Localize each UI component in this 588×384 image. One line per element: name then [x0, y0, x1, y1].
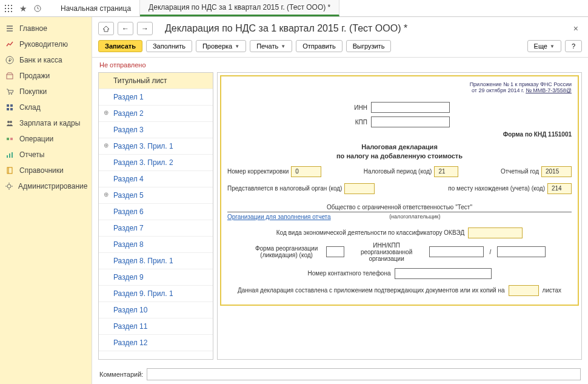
period-field[interactable]: 21 — [434, 166, 458, 177]
knd-label: Форма по КНД 1151001 — [227, 131, 572, 138]
cart-icon — [5, 87, 15, 96]
appendix-line2: от 29 октября 2014 г. № ММВ-7-3/558@ — [227, 87, 572, 93]
section-label: Раздел 3 — [113, 126, 144, 134]
section-title-page[interactable]: Титульный лист — [99, 73, 213, 89]
section-label: Раздел 9. Прил. 1 — [113, 289, 173, 298]
book-icon — [5, 166, 15, 175]
kpp-label: КПП — [349, 119, 367, 126]
nav-payroll[interactable]: Зарплата и кадры — [0, 115, 92, 131]
reorg-form-label: Форма реорганизации (ликвидация) (код) — [253, 245, 320, 258]
star-icon[interactable]: ★ — [17, 2, 29, 15]
section-3[interactable]: Раздел 3 — [99, 122, 213, 138]
okved-label: Код вида экономической деятельности по к… — [276, 229, 464, 236]
send-button[interactable]: Отправить — [296, 40, 342, 52]
apps-icon[interactable] — [2, 2, 15, 15]
home-button[interactable] — [98, 22, 114, 35]
svg-rect-29 — [7, 167, 12, 173]
close-icon[interactable]: × — [570, 22, 582, 35]
inn-field[interactable] — [371, 102, 450, 113]
export-button[interactable]: Выгрузить — [346, 40, 392, 52]
fill-button[interactable]: Заполнить — [146, 40, 192, 52]
nav-purchases[interactable]: Покупки — [0, 84, 92, 99]
save-button[interactable]: Записать — [98, 40, 142, 52]
attach-pre: Данная декларация составлена с приложени… — [238, 287, 505, 294]
comment-label: Комментарий: — [99, 371, 143, 378]
year-field[interactable]: 2015 — [541, 166, 572, 177]
store-icon — [5, 71, 15, 81]
reorg-inn-field[interactable] — [429, 246, 484, 257]
corr-field[interactable]: 0 — [291, 166, 321, 177]
section-6[interactable]: Раздел 6 — [99, 204, 213, 220]
section-label: Раздел 10 — [113, 306, 147, 314]
chevron-down-icon: ▼ — [550, 44, 555, 49]
nav-label: Руководителю — [19, 40, 68, 49]
section-label: Титульный лист — [113, 76, 167, 85]
nav-label: Операции — [19, 135, 53, 143]
forward-button[interactable]: → — [137, 22, 153, 35]
appendix-link[interactable]: № ММВ-7-3/558@ — [526, 87, 572, 93]
expand-icon[interactable]: ⊕ — [104, 191, 109, 198]
section-9[interactable]: Раздел 9 — [99, 269, 213, 286]
section-12[interactable]: Раздел 12 — [99, 335, 213, 351]
reorg-form-field[interactable] — [326, 246, 344, 257]
form-heading: Налоговая декларация по налогу на добавл… — [227, 143, 572, 161]
phone-field[interactable] — [395, 268, 492, 279]
help-button[interactable]: ? — [565, 40, 582, 52]
history-icon[interactable] — [32, 2, 44, 15]
section-list: Титульный лист Раздел 1 ⊕Раздел 2 Раздел… — [98, 72, 213, 360]
section-3-app2[interactable]: Раздел 3. Прил. 2 — [99, 155, 213, 171]
nav-operations[interactable]: Операции — [0, 131, 92, 147]
status-text: Не отправлено — [92, 58, 588, 72]
svg-rect-8 — [11, 11, 12, 12]
expand-icon[interactable]: ⊕ — [104, 142, 109, 149]
comment-input[interactable] — [147, 368, 581, 380]
section-label: Раздел 12 — [113, 339, 147, 347]
toolbar: ← → Декларация по НДС за 1 квартал 2015 … — [92, 17, 588, 38]
nav-sales[interactable]: Продажи — [0, 68, 92, 84]
nav-warehouse[interactable]: Склад — [0, 99, 92, 115]
section-4[interactable]: Раздел 4 — [99, 171, 213, 187]
svg-point-31 — [7, 184, 11, 188]
okved-field[interactable] — [468, 227, 523, 238]
org-link[interactable]: Организации для заполнения отчета — [227, 214, 331, 220]
check-button[interactable]: Проверка▼ — [196, 40, 246, 52]
page-title: Декларация по НДС за 1 квартал 2015 г. (… — [165, 23, 566, 34]
section-2[interactable]: ⊕Раздел 2 — [99, 106, 213, 122]
section-10[interactable]: Раздел 10 — [99, 302, 213, 318]
left-nav: Главное Руководителю ₽Банк и касса Прода… — [0, 17, 92, 384]
form-panel: Приложение № 1 к приказу ФНС России от 2… — [217, 72, 582, 360]
reorg-kpp-field[interactable] — [497, 246, 546, 257]
period-label: Налоговый период (код) — [364, 168, 432, 175]
section-8-app1[interactable]: Раздел 8. Прил. 1 — [99, 253, 213, 269]
nav-bank[interactable]: ₽Банк и касса — [0, 52, 92, 68]
section-8[interactable]: Раздел 8 — [99, 237, 213, 253]
section-9-app1[interactable]: Раздел 9. Прил. 1 — [99, 286, 213, 302]
back-button[interactable]: ← — [118, 22, 133, 35]
tab-home[interactable]: Начальная страница — [52, 0, 140, 16]
more-button[interactable]: Еще▼ — [527, 40, 561, 52]
section-5[interactable]: ⊕Раздел 5 — [99, 187, 213, 204]
print-button[interactable]: Печать▼ — [250, 40, 292, 52]
loc-label: по месту нахождения (учета) (код) — [448, 185, 545, 192]
nav-label: Справочники — [19, 166, 64, 175]
section-7[interactable]: Раздел 7 — [99, 220, 213, 237]
section-11[interactable]: Раздел 11 — [99, 318, 213, 335]
organ-field[interactable] — [344, 183, 375, 194]
nav-admin[interactable]: Администрирование — [0, 178, 92, 194]
nav-catalogs[interactable]: Справочники — [0, 163, 92, 178]
tab-declaration[interactable]: Декларация по НДС за 1 квартал 2015 г. (… — [140, 0, 339, 16]
svg-rect-4 — [8, 8, 9, 9]
attach-field[interactable] — [509, 285, 539, 296]
kpp-field[interactable] — [371, 116, 450, 127]
nav-label: Главное — [19, 24, 47, 33]
loc-field[interactable]: 214 — [547, 183, 572, 194]
section-1[interactable]: Раздел 1 — [99, 89, 213, 106]
slash: / — [490, 249, 492, 255]
nav-main[interactable]: Главное — [0, 21, 92, 36]
expand-icon[interactable]: ⊕ — [104, 109, 109, 116]
nav-reports[interactable]: Отчеты — [0, 147, 92, 163]
section-3-app1[interactable]: ⊕Раздел 3. Прил. 1 — [99, 138, 213, 155]
section-label: Раздел 6 — [113, 207, 144, 216]
nav-leader[interactable]: Руководителю — [0, 36, 92, 52]
people-icon — [5, 118, 15, 128]
